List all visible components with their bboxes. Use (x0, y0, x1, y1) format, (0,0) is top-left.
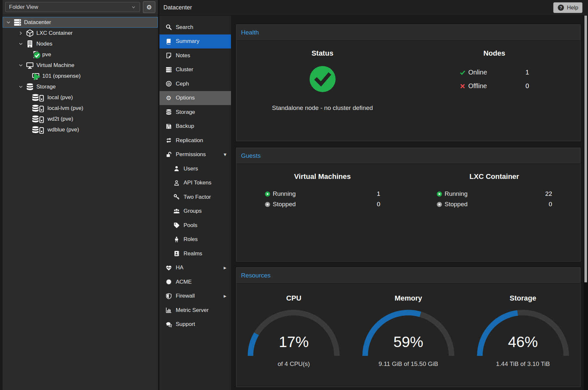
memory-percent: 59% (360, 333, 457, 351)
menu-item-ha[interactable]: HA ▶ (160, 261, 231, 275)
tree-item-virtual-machine[interactable]: Virtual Machine (3, 60, 158, 71)
tree-item-storage[interactable]: Storage (3, 81, 158, 92)
menu-item-support[interactable]: Support (160, 317, 231, 332)
cpu-percent: 17% (245, 333, 342, 351)
lxc-stopped-row: Stopped 0 (437, 199, 552, 209)
caret-down-icon (18, 41, 23, 47)
menu-item-roles[interactable]: Roles (160, 233, 231, 247)
tree-item-label: Storage (36, 84, 56, 90)
menu-item-api-tokens[interactable]: API Tokens (160, 176, 231, 190)
tree-settings-button[interactable]: ⚙ (143, 1, 155, 13)
storage-gauge: 46% (474, 307, 572, 359)
view-selector[interactable]: Folder View (5, 2, 140, 12)
tree-item-label: Virtual Machine (36, 62, 74, 69)
health-nodes-column: Nodes Online 1 Offline 0 (408, 41, 580, 112)
cpu-sub-label: of 4 CPU(s) (278, 360, 310, 368)
menu-item-permissions[interactable]: Permissions ▼ (160, 148, 231, 162)
tree-item-label: wdblue (pve) (47, 127, 79, 133)
menu-item-replication[interactable]: Replication (160, 133, 231, 148)
menu-item-metric-server[interactable]: Metric Server (160, 303, 231, 317)
user-icon (173, 166, 180, 172)
menu-item-summary[interactable]: Summary (160, 34, 231, 49)
menu-item-cluster[interactable]: Cluster (160, 63, 231, 77)
menu-item-realms[interactable]: Realms (160, 247, 231, 261)
menu-item-firewall[interactable]: Firewall ▶ (160, 289, 231, 303)
check-circle-icon (309, 65, 336, 93)
datacenter-menu: Search Summary Notes Cluster Ceph ⚙ Opti… (160, 16, 231, 390)
caret-down-icon (18, 63, 23, 68)
tree-item-lxc-container[interactable]: LXC Container (3, 28, 158, 38)
menu-item-users[interactable]: Users (160, 162, 231, 176)
health-panel-title: Health (236, 25, 580, 41)
database-icon (165, 109, 172, 115)
database-icon (26, 83, 34, 91)
tree-item-storage-local-lvm[interactable]: local-lvm (pve) (3, 103, 158, 114)
guests-vm-column: Virtual Machines Running 1 Stopped 0 (236, 164, 408, 209)
resource-tree-panel: Folder View ⚙ Datacenter LXC Container N… (0, 0, 158, 390)
storage-drive-icon (32, 104, 45, 112)
menu-item-storage[interactable]: Storage (160, 105, 231, 119)
cross-icon (460, 83, 466, 89)
health-status-column: Status Standalone node - no cluster defi… (236, 41, 408, 112)
tree-item-label: Nodes (36, 41, 52, 47)
cluster-icon (165, 66, 172, 73)
ceph-icon (165, 81, 172, 87)
menu-item-groups[interactable]: Groups (160, 204, 231, 219)
submenu-expanded-arrow-icon: ▼ (224, 153, 226, 157)
heartbeat-icon (165, 264, 172, 271)
vm-running-row: Running 1 (265, 189, 380, 199)
tree-item-label: Datacenter (24, 19, 51, 26)
tree-item-nodes[interactable]: Nodes (3, 38, 158, 49)
svg-text:?: ? (560, 5, 562, 10)
address-book-icon (173, 250, 180, 257)
menu-item-search[interactable]: Search (160, 20, 231, 34)
submenu-arrow-icon: ▶ (224, 266, 226, 270)
stop-circle-icon (265, 202, 270, 207)
cpu-gauge: 17% (245, 307, 342, 359)
floppy-icon (165, 123, 172, 129)
memory-gauge: 59% (360, 307, 457, 359)
menu-item-pools[interactable]: Pools (160, 218, 231, 233)
key-icon (173, 194, 180, 200)
node-online-icon (32, 51, 40, 59)
menu-item-two-factor[interactable]: Two Factor (160, 190, 231, 204)
menu-item-ceph[interactable]: Ceph (160, 77, 231, 91)
user-outline-icon (173, 180, 180, 186)
resource-tree: Datacenter LXC Container Nodes pve Virtu… (3, 14, 158, 135)
menu-item-notes[interactable]: Notes (160, 48, 231, 63)
vertical-scrollbar[interactable] (584, 16, 588, 390)
tree-item-storage-wdblue[interactable]: wdblue (pve) (3, 124, 158, 135)
tree-item-label: LXC Container (36, 30, 73, 36)
storage-percent: 46% (474, 333, 572, 351)
tree-item-label: local-lvm (pve) (47, 105, 83, 112)
storage-drive-icon (32, 94, 45, 101)
menu-item-acme[interactable]: ACME (160, 275, 231, 289)
tag-icon (173, 222, 180, 229)
seal-icon (165, 279, 172, 285)
tree-toolbar: Folder View ⚙ (3, 0, 158, 14)
caret-down-icon (18, 84, 23, 89)
storage-drive-icon (32, 115, 45, 123)
menu-item-options[interactable]: ⚙ Options (160, 91, 231, 105)
tree-item-storage-local[interactable]: local (pve) (3, 92, 158, 103)
summary-content: Health Status Standalone node - no clust… (231, 16, 588, 390)
submenu-arrow-icon: ▶ (224, 294, 226, 298)
check-icon (460, 70, 466, 75)
scrollbar-thumb[interactable] (584, 16, 587, 282)
resources-panel: Resources CPU 17% of 4 CPU(s) Memory 59%… (236, 267, 581, 387)
tree-item-pve[interactable]: pve (3, 49, 158, 60)
menu-item-backup[interactable]: Backup (160, 119, 231, 134)
users-icon (173, 208, 180, 214)
nodes-heading: Nodes (408, 49, 580, 58)
tree-item-vm-101[interactable]: 101 (opnsense) (3, 71, 158, 81)
online-check-badge (33, 51, 41, 59)
cube-icon (26, 29, 34, 37)
vm-running-icon (32, 72, 40, 80)
tree-item-datacenter[interactable]: Datacenter (3, 17, 158, 28)
tree-item-storage-wd2t[interactable]: wd2t (pve) (3, 114, 158, 124)
comments-icon (165, 321, 172, 328)
lxc-running-row: Running 22 (437, 189, 552, 199)
status-message: Standalone node - no cluster defined (236, 104, 408, 112)
help-button[interactable]: ? Help (553, 2, 582, 13)
unlock-icon (165, 151, 172, 158)
